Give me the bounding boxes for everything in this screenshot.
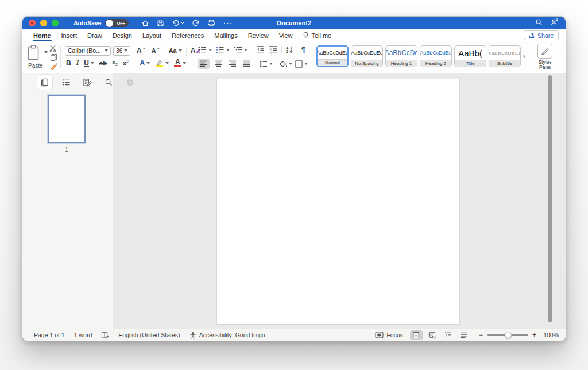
tab-mailings[interactable]: Mailings	[209, 29, 242, 41]
increase-indent-button[interactable]	[269, 45, 277, 54]
proofing-status[interactable]	[101, 332, 109, 339]
print-icon[interactable]	[207, 19, 215, 27]
zoom-slider-thumb[interactable]	[505, 332, 512, 338]
style-heading-1[interactable]: AaBbCcDc Heading 1	[385, 45, 417, 67]
grow-caret-icon	[142, 47, 146, 50]
shrink-font-button[interactable]: A	[150, 45, 162, 56]
grow-font-button[interactable]: A	[135, 45, 148, 56]
zoom-in-button[interactable]: +	[532, 331, 536, 339]
document-page[interactable]	[217, 79, 459, 324]
page-thumbnail[interactable]	[48, 95, 86, 143]
close-button[interactable]	[29, 20, 36, 26]
tab-layout[interactable]: Layout	[137, 29, 167, 41]
highlight-button[interactable]	[155, 59, 169, 67]
strikethrough-button[interactable]: ab	[99, 60, 107, 67]
share-label: Share	[537, 32, 554, 39]
find-pane-tab[interactable]	[101, 75, 116, 90]
draft-view-button[interactable]	[458, 330, 471, 340]
more-commands-icon[interactable]: ···	[223, 20, 233, 26]
autosave-toggle[interactable]: OFF	[105, 19, 129, 27]
subscript-button[interactable]: x2	[112, 59, 118, 67]
style-normal[interactable]: AaBbCcDdEe Normal	[316, 45, 349, 67]
web-layout-view-button[interactable]	[426, 330, 439, 340]
paste-button[interactable]: Paste	[27, 44, 59, 71]
shading-button[interactable]	[279, 60, 292, 68]
multilevel-list-button[interactable]	[234, 46, 247, 53]
bold-button[interactable]: B	[66, 59, 71, 67]
font-color-button[interactable]: A	[174, 59, 186, 67]
line-spacing-icon	[259, 60, 268, 68]
share-contact-icon[interactable]	[551, 18, 559, 28]
close-sidebar-button[interactable]	[122, 75, 137, 90]
paste-dropdown-chevron[interactable]	[44, 51, 48, 53]
copy-icon[interactable]	[50, 53, 57, 63]
shrink-caret-icon	[157, 47, 160, 50]
redo-icon[interactable]	[192, 19, 200, 27]
line-spacing-button[interactable]	[259, 60, 273, 68]
align-center-button[interactable]	[212, 59, 224, 69]
style-subtitle[interactable]: AaBbCcDdEe Subtitle	[489, 45, 521, 67]
tab-view[interactable]: View	[274, 29, 298, 41]
language-status[interactable]: English (United States)	[118, 332, 180, 338]
thumbnails-pane-tab[interactable]	[37, 75, 52, 90]
tab-draw[interactable]: Draw	[82, 29, 107, 41]
align-right-button[interactable]	[227, 59, 238, 69]
tab-insert[interactable]: Insert	[56, 29, 83, 41]
print-layout-view-button[interactable]	[410, 330, 423, 340]
zoom-out-button[interactable]: −	[479, 331, 483, 339]
share-button[interactable]: Share	[524, 30, 559, 40]
numbering-button[interactable]	[216, 46, 230, 53]
minimize-button[interactable]	[40, 20, 47, 26]
show-marks-button[interactable]: ¶	[301, 45, 305, 54]
tab-tell-me[interactable]: Tell me	[297, 29, 336, 41]
superscript-button[interactable]: x2	[123, 59, 129, 67]
justify-button[interactable]	[241, 59, 253, 69]
word-count[interactable]: 1 word	[74, 332, 92, 338]
search-icon[interactable]	[535, 18, 543, 28]
style-no-spacing[interactable]: AaBbCcDdEe No Spacing	[351, 45, 383, 67]
tab-review[interactable]: Review	[243, 29, 274, 41]
lightbulb-icon	[303, 32, 309, 39]
decrease-indent-button[interactable]	[256, 45, 265, 54]
mini-divider	[186, 48, 187, 56]
tab-design[interactable]: Design	[107, 29, 137, 41]
align-left-button[interactable]	[198, 59, 210, 69]
cut-icon[interactable]	[49, 44, 57, 53]
change-case-button[interactable]: Aa	[167, 45, 184, 56]
borders-button[interactable]	[295, 60, 308, 68]
accessibility-icon	[189, 332, 196, 339]
sort-button[interactable]: AZ	[286, 47, 293, 53]
tell-me-label: Tell me	[311, 32, 331, 39]
justify-icon	[243, 60, 251, 67]
home-icon[interactable]	[141, 19, 149, 27]
accessibility-status[interactable]: Accessibility: Good to go	[189, 332, 265, 339]
styles-pane-button[interactable]: Styles Pane	[530, 44, 560, 70]
outline-view-button[interactable]	[442, 330, 455, 340]
style-title[interactable]: AaBb( Title	[454, 45, 486, 67]
text-effects-button[interactable]: A	[140, 59, 150, 67]
tab-home[interactable]: Home	[28, 29, 56, 41]
zoom-slider[interactable]	[487, 334, 528, 336]
decrease-indent-icon	[256, 45, 265, 53]
comments-pane-tab[interactable]	[80, 75, 95, 90]
headings-pane-tab[interactable]	[59, 75, 74, 90]
proofing-icon	[101, 332, 109, 339]
save-icon[interactable]	[157, 20, 164, 27]
underline-button[interactable]: U	[84, 59, 94, 67]
focus-button[interactable]: Focus	[375, 332, 403, 338]
style-heading-2[interactable]: AaBbCcDdEe Heading 2	[420, 45, 452, 67]
font-name-combo[interactable]: Calibri (Bo...	[65, 46, 111, 56]
undo-icon[interactable]	[172, 19, 184, 27]
thumbnails-icon	[41, 78, 49, 87]
bullets-button[interactable]	[198, 46, 212, 53]
tab-references[interactable]: References	[167, 29, 209, 41]
zoom-window-button[interactable]	[52, 20, 59, 26]
italic-button[interactable]: I	[76, 59, 79, 67]
vertical-scrollbar[interactable]	[548, 75, 552, 322]
more-styles-chevron[interactable]: ›	[523, 52, 525, 60]
zoom-percentage[interactable]: 100%	[540, 332, 559, 338]
mini-divider	[281, 46, 282, 54]
format-painter-icon[interactable]	[50, 62, 58, 71]
font-size-combo[interactable]: 36	[113, 46, 130, 56]
page-status[interactable]: Page 1 of 1	[34, 332, 65, 338]
